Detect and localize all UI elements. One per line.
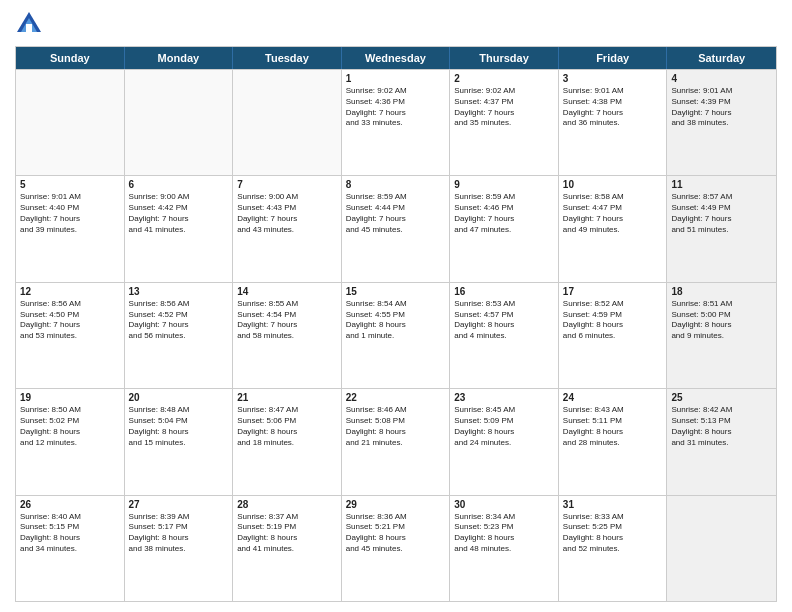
day-number: 17: [563, 286, 663, 297]
day-number: 30: [454, 499, 554, 510]
cell-info: Sunrise: 8:56 AM Sunset: 4:52 PM Dayligh…: [129, 299, 229, 342]
header-day-friday: Friday: [559, 47, 668, 69]
cell-info: Sunrise: 8:48 AM Sunset: 5:04 PM Dayligh…: [129, 405, 229, 448]
header-day-sunday: Sunday: [16, 47, 125, 69]
cal-cell-r4c0: 26Sunrise: 8:40 AM Sunset: 5:15 PM Dayli…: [16, 496, 125, 601]
day-number: 7: [237, 179, 337, 190]
cell-info: Sunrise: 8:33 AM Sunset: 5:25 PM Dayligh…: [563, 512, 663, 555]
cell-info: Sunrise: 8:47 AM Sunset: 5:06 PM Dayligh…: [237, 405, 337, 448]
cal-cell-r2c4: 16Sunrise: 8:53 AM Sunset: 4:57 PM Dayli…: [450, 283, 559, 388]
cell-info: Sunrise: 8:56 AM Sunset: 4:50 PM Dayligh…: [20, 299, 120, 342]
day-number: 11: [671, 179, 772, 190]
cell-info: Sunrise: 8:52 AM Sunset: 4:59 PM Dayligh…: [563, 299, 663, 342]
cal-cell-r0c0: [16, 70, 125, 175]
cell-info: Sunrise: 8:34 AM Sunset: 5:23 PM Dayligh…: [454, 512, 554, 555]
cal-cell-r1c6: 11Sunrise: 8:57 AM Sunset: 4:49 PM Dayli…: [667, 176, 776, 281]
cell-info: Sunrise: 8:53 AM Sunset: 4:57 PM Dayligh…: [454, 299, 554, 342]
cell-info: Sunrise: 8:54 AM Sunset: 4:55 PM Dayligh…: [346, 299, 446, 342]
day-number: 16: [454, 286, 554, 297]
page: SundayMondayTuesdayWednesdayThursdayFrid…: [0, 0, 792, 612]
header-day-thursday: Thursday: [450, 47, 559, 69]
day-number: 6: [129, 179, 229, 190]
cal-cell-r4c2: 28Sunrise: 8:37 AM Sunset: 5:19 PM Dayli…: [233, 496, 342, 601]
day-number: 9: [454, 179, 554, 190]
cell-info: Sunrise: 8:59 AM Sunset: 4:44 PM Dayligh…: [346, 192, 446, 235]
cal-cell-r1c0: 5Sunrise: 9:01 AM Sunset: 4:40 PM Daylig…: [16, 176, 125, 281]
calendar-row-0: 1Sunrise: 9:02 AM Sunset: 4:36 PM Daylig…: [16, 69, 776, 175]
cell-info: Sunrise: 8:40 AM Sunset: 5:15 PM Dayligh…: [20, 512, 120, 555]
day-number: 15: [346, 286, 446, 297]
day-number: 29: [346, 499, 446, 510]
cell-info: Sunrise: 9:02 AM Sunset: 4:36 PM Dayligh…: [346, 86, 446, 129]
day-number: 8: [346, 179, 446, 190]
cal-cell-r0c3: 1Sunrise: 9:02 AM Sunset: 4:36 PM Daylig…: [342, 70, 451, 175]
day-number: 10: [563, 179, 663, 190]
day-number: 13: [129, 286, 229, 297]
svg-rect-2: [26, 24, 32, 32]
cal-cell-r2c2: 14Sunrise: 8:55 AM Sunset: 4:54 PM Dayli…: [233, 283, 342, 388]
cell-info: Sunrise: 8:57 AM Sunset: 4:49 PM Dayligh…: [671, 192, 772, 235]
header-day-tuesday: Tuesday: [233, 47, 342, 69]
cell-info: Sunrise: 9:00 AM Sunset: 4:42 PM Dayligh…: [129, 192, 229, 235]
cell-info: Sunrise: 8:45 AM Sunset: 5:09 PM Dayligh…: [454, 405, 554, 448]
cal-cell-r4c3: 29Sunrise: 8:36 AM Sunset: 5:21 PM Dayli…: [342, 496, 451, 601]
cal-cell-r4c6: [667, 496, 776, 601]
logo: [15, 10, 47, 38]
calendar-header: SundayMondayTuesdayWednesdayThursdayFrid…: [16, 47, 776, 69]
logo-icon: [15, 10, 43, 38]
cal-cell-r0c1: [125, 70, 234, 175]
day-number: 27: [129, 499, 229, 510]
cell-info: Sunrise: 9:01 AM Sunset: 4:38 PM Dayligh…: [563, 86, 663, 129]
day-number: 23: [454, 392, 554, 403]
day-number: 20: [129, 392, 229, 403]
day-number: 4: [671, 73, 772, 84]
cal-cell-r3c1: 20Sunrise: 8:48 AM Sunset: 5:04 PM Dayli…: [125, 389, 234, 494]
cal-cell-r0c4: 2Sunrise: 9:02 AM Sunset: 4:37 PM Daylig…: [450, 70, 559, 175]
calendar-row-1: 5Sunrise: 9:01 AM Sunset: 4:40 PM Daylig…: [16, 175, 776, 281]
cal-cell-r4c1: 27Sunrise: 8:39 AM Sunset: 5:17 PM Dayli…: [125, 496, 234, 601]
calendar-body: 1Sunrise: 9:02 AM Sunset: 4:36 PM Daylig…: [16, 69, 776, 601]
cell-info: Sunrise: 8:39 AM Sunset: 5:17 PM Dayligh…: [129, 512, 229, 555]
cal-cell-r2c1: 13Sunrise: 8:56 AM Sunset: 4:52 PM Dayli…: [125, 283, 234, 388]
cal-cell-r4c4: 30Sunrise: 8:34 AM Sunset: 5:23 PM Dayli…: [450, 496, 559, 601]
day-number: 28: [237, 499, 337, 510]
cell-info: Sunrise: 8:43 AM Sunset: 5:11 PM Dayligh…: [563, 405, 663, 448]
cell-info: Sunrise: 9:01 AM Sunset: 4:39 PM Dayligh…: [671, 86, 772, 129]
day-number: 1: [346, 73, 446, 84]
day-number: 22: [346, 392, 446, 403]
day-number: 5: [20, 179, 120, 190]
day-number: 2: [454, 73, 554, 84]
cal-cell-r2c0: 12Sunrise: 8:56 AM Sunset: 4:50 PM Dayli…: [16, 283, 125, 388]
cell-info: Sunrise: 8:51 AM Sunset: 5:00 PM Dayligh…: [671, 299, 772, 342]
day-number: 26: [20, 499, 120, 510]
cell-info: Sunrise: 8:58 AM Sunset: 4:47 PM Dayligh…: [563, 192, 663, 235]
calendar-row-2: 12Sunrise: 8:56 AM Sunset: 4:50 PM Dayli…: [16, 282, 776, 388]
cal-cell-r2c5: 17Sunrise: 8:52 AM Sunset: 4:59 PM Dayli…: [559, 283, 668, 388]
day-number: 19: [20, 392, 120, 403]
day-number: 18: [671, 286, 772, 297]
day-number: 14: [237, 286, 337, 297]
cell-info: Sunrise: 8:37 AM Sunset: 5:19 PM Dayligh…: [237, 512, 337, 555]
cell-info: Sunrise: 8:50 AM Sunset: 5:02 PM Dayligh…: [20, 405, 120, 448]
calendar: SundayMondayTuesdayWednesdayThursdayFrid…: [15, 46, 777, 602]
cell-info: Sunrise: 8:46 AM Sunset: 5:08 PM Dayligh…: [346, 405, 446, 448]
day-number: 31: [563, 499, 663, 510]
cell-info: Sunrise: 8:36 AM Sunset: 5:21 PM Dayligh…: [346, 512, 446, 555]
cell-info: Sunrise: 8:55 AM Sunset: 4:54 PM Dayligh…: [237, 299, 337, 342]
day-number: 24: [563, 392, 663, 403]
cal-cell-r4c5: 31Sunrise: 8:33 AM Sunset: 5:25 PM Dayli…: [559, 496, 668, 601]
cal-cell-r3c2: 21Sunrise: 8:47 AM Sunset: 5:06 PM Dayli…: [233, 389, 342, 494]
cal-cell-r1c4: 9Sunrise: 8:59 AM Sunset: 4:46 PM Daylig…: [450, 176, 559, 281]
cal-cell-r3c4: 23Sunrise: 8:45 AM Sunset: 5:09 PM Dayli…: [450, 389, 559, 494]
cal-cell-r0c6: 4Sunrise: 9:01 AM Sunset: 4:39 PM Daylig…: [667, 70, 776, 175]
cal-cell-r3c6: 25Sunrise: 8:42 AM Sunset: 5:13 PM Dayli…: [667, 389, 776, 494]
cal-cell-r2c6: 18Sunrise: 8:51 AM Sunset: 5:00 PM Dayli…: [667, 283, 776, 388]
cell-info: Sunrise: 9:00 AM Sunset: 4:43 PM Dayligh…: [237, 192, 337, 235]
cal-cell-r0c2: [233, 70, 342, 175]
cal-cell-r3c3: 22Sunrise: 8:46 AM Sunset: 5:08 PM Dayli…: [342, 389, 451, 494]
cal-cell-r2c3: 15Sunrise: 8:54 AM Sunset: 4:55 PM Dayli…: [342, 283, 451, 388]
cal-cell-r3c0: 19Sunrise: 8:50 AM Sunset: 5:02 PM Dayli…: [16, 389, 125, 494]
calendar-row-4: 26Sunrise: 8:40 AM Sunset: 5:15 PM Dayli…: [16, 495, 776, 601]
day-number: 25: [671, 392, 772, 403]
cell-info: Sunrise: 9:02 AM Sunset: 4:37 PM Dayligh…: [454, 86, 554, 129]
